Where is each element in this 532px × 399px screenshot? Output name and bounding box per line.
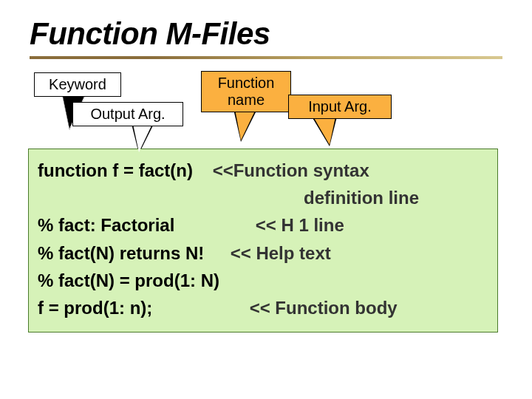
title-underline bbox=[30, 56, 502, 59]
code-line: % fact: Factorial << H 1 line bbox=[38, 211, 488, 239]
code-line: f = prod(1: n); << Function body bbox=[38, 294, 488, 321]
callout-label: Keyword bbox=[49, 76, 106, 92]
code-line: definition line bbox=[38, 184, 488, 211]
code-line: % fact(N) = prod(1: N) bbox=[38, 267, 488, 294]
callout-keyword: Keyword bbox=[34, 72, 121, 97]
code-annotation: definition line bbox=[304, 188, 419, 208]
callout-output-arg: Output Arg. bbox=[72, 102, 183, 126]
code-text: % fact(N) returns N! bbox=[38, 243, 204, 263]
callout-area: Keyword Output Arg. Function name Input … bbox=[30, 72, 502, 143]
code-box: function f = fact(n) <<Function syntax d… bbox=[28, 149, 498, 332]
callout-label: name bbox=[228, 92, 265, 108]
code-annotation: << Function body bbox=[250, 298, 398, 318]
slide-title: Function M-Files bbox=[30, 16, 502, 52]
callout-tail bbox=[133, 124, 152, 152]
callout-tail bbox=[235, 109, 256, 140]
code-line: function f = fact(n) <<Function syntax bbox=[38, 157, 488, 184]
code-text: function f = fact(n) bbox=[38, 160, 193, 180]
code-text: % fact: Factorial bbox=[38, 215, 174, 235]
callout-tail bbox=[313, 117, 335, 145]
code-line: % fact(N) returns N! << Help text bbox=[38, 239, 488, 267]
slide: Function M-Files Keyword Output Arg. Fun… bbox=[0, 0, 532, 399]
callout-label: Function bbox=[218, 75, 275, 91]
code-annotation: << H 1 line bbox=[256, 215, 344, 235]
code-text: f = prod(1: n); bbox=[38, 298, 152, 318]
code-text: % fact(N) = prod(1: N) bbox=[38, 270, 219, 290]
code-annotation: <<Function syntax bbox=[213, 160, 369, 180]
code-annotation: << Help text bbox=[231, 243, 331, 263]
callout-label: Input Arg. bbox=[308, 98, 372, 115]
callout-label: Output Arg. bbox=[90, 106, 165, 122]
callout-function-name: Function name bbox=[201, 71, 291, 112]
callout-input-arg: Input Arg. bbox=[288, 95, 392, 119]
